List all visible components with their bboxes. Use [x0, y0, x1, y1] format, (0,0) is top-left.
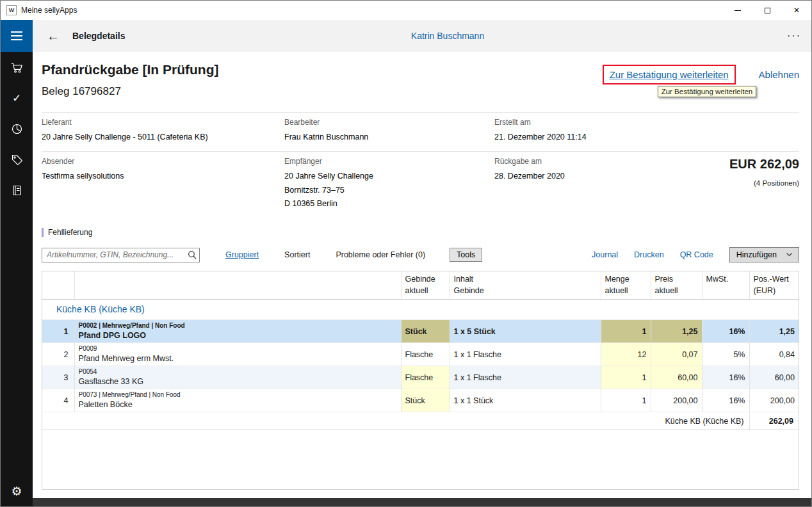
field-empfaenger: Empfänger 20 Jahre Selly Challenge Borni… — [284, 157, 494, 211]
hamburger-icon — [11, 31, 22, 33]
document-actions: Zur Bestätigung weiterleiten Zur Bestäti… — [603, 65, 799, 84]
chevron-down-icon — [786, 253, 792, 257]
reject-link[interactable]: Ablehnen — [759, 69, 799, 80]
menge-cell[interactable]: 1 — [601, 389, 651, 412]
forward-for-confirmation-link[interactable]: Zur Bestätigung weiterleiten — [610, 69, 729, 80]
tag-label: Fehllieferung — [48, 228, 92, 237]
mwst-cell[interactable]: 16% — [702, 389, 749, 412]
search-field-wrap — [42, 248, 200, 262]
poswert-cell[interactable]: 0,84 — [749, 343, 799, 366]
field-value: 20 Jahre Selly Challenge - 5011 (Cafeter… — [42, 131, 284, 144]
field-erstellt-am: Erstellt am 21. Dezember 2020 11:14 — [494, 118, 690, 144]
inhalt-cell[interactable]: 1 x 1 Stück — [450, 389, 601, 412]
group-total-row: Küche KB (Küche KB) 262,09 — [42, 412, 799, 430]
app-header: ← Belegdetails Katrin Buschmann ··· — [33, 20, 811, 52]
gebinde-cell[interactable]: Stück — [401, 389, 450, 412]
article-cell[interactable]: P0054 Gasflasche 33 KG — [74, 366, 401, 389]
col-poswert-header[interactable]: Pos.-Wert (EUR) — [749, 271, 799, 300]
qr-code-link[interactable]: QR Code — [680, 250, 713, 259]
close-button[interactable]: ✕ — [782, 1, 811, 20]
mwst-cell[interactable]: 16% — [702, 366, 749, 389]
fields-row-2: Absender Testfirma sellysolutions Empfän… — [42, 152, 799, 218]
print-link[interactable]: Drucken — [634, 250, 664, 259]
sidebar-item-cart[interactable] — [1, 52, 33, 83]
maximize-button[interactable] — [752, 1, 782, 20]
poswert-cell[interactable]: 60,00 — [749, 366, 799, 389]
menge-cell[interactable]: 12 — [601, 343, 651, 366]
journal-link[interactable]: Journal — [592, 250, 618, 259]
tag-color-bar — [42, 228, 44, 237]
preis-cell[interactable]: 200,00 — [651, 389, 702, 412]
gebinde-cell[interactable]: Stück — [401, 320, 450, 343]
tools-button[interactable]: Tools — [450, 248, 482, 262]
field-label: Bearbeiter — [284, 118, 494, 127]
app-window: W Meine sellyApps ✕ ✓ — [0, 0, 812, 507]
mwst-cell[interactable]: 5% — [702, 343, 749, 366]
menge-cell[interactable]: 1 — [601, 320, 651, 343]
grouped-toggle[interactable]: Gruppiert — [225, 250, 259, 259]
row-number[interactable]: 1 — [42, 320, 74, 343]
row-number[interactable]: 4 — [42, 389, 74, 412]
gear-icon: ⚙ — [11, 484, 22, 499]
inhalt-cell[interactable]: 1 x 1 Flasche — [450, 343, 601, 366]
tag-icon — [10, 153, 24, 166]
col-mwst-header[interactable]: MwSt. — [702, 271, 749, 300]
article-cell[interactable]: P0009 Pfand Mehrweg erm Mwst. — [74, 343, 401, 366]
poswert-cell[interactable]: 1,25 — [749, 320, 799, 343]
search-icon[interactable] — [188, 250, 197, 259]
field-value: 20 Jahre Selly Challenge Bornitzstr. 73–… — [284, 170, 494, 211]
gebinde-cell[interactable]: Flasche — [401, 343, 450, 366]
row-number[interactable]: 3 — [42, 366, 74, 389]
inhalt-cell[interactable]: 1 x 1 Flasche — [450, 366, 601, 389]
preis-cell[interactable]: 0,07 — [651, 343, 702, 366]
add-button[interactable]: Hinzufügen — [729, 247, 799, 262]
page-title: Belegdetails — [72, 31, 125, 41]
inhalt-cell[interactable]: 1 x 5 Stück — [450, 320, 601, 343]
toolbar: Gruppiert Sortiert Probleme oder Fehler … — [42, 247, 799, 262]
fields-row-1: Lieferant 20 Jahre Selly Challenge - 501… — [42, 113, 799, 152]
sorted-toggle[interactable]: Sortiert — [284, 250, 310, 259]
poswert-cell[interactable]: 200,00 — [749, 389, 799, 412]
table-row[interactable]: 3 P0054 Gasflasche 33 KG Flasche 1 x 1 F… — [42, 366, 799, 389]
field-value: 21. Dezember 2020 11:14 — [494, 131, 690, 144]
back-button[interactable]: ← — [47, 29, 60, 42]
article-code: P0073 | Mehrweg/Pfand | Non Food — [79, 390, 397, 399]
sidebar-item-statistics[interactable] — [1, 113, 33, 144]
problems-filter[interactable]: Probleme oder Fehler (0) — [336, 250, 425, 259]
article-cell[interactable]: P0073 | Mehrweg/Pfand | Non Food Palette… — [74, 389, 401, 412]
col-preis-header[interactable]: Preis aktuell — [651, 271, 702, 300]
sidebar-item-check[interactable]: ✓ — [1, 83, 33, 113]
app-logo-icon: W — [6, 5, 17, 15]
group-total-value: 262,09 — [749, 412, 799, 430]
table-row[interactable]: 2 P0009 Pfand Mehrweg erm Mwst. Flasche … — [42, 343, 799, 366]
mwst-cell[interactable]: 16% — [702, 320, 749, 343]
gebinde-cell[interactable]: Flasche — [401, 366, 450, 389]
minimize-button[interactable] — [723, 1, 752, 20]
group-header-row[interactable]: Küche KB (Küche KB) — [42, 300, 799, 320]
current-user-link[interactable]: Katrin Buschmann — [411, 31, 484, 41]
content: Pfandrückgabe [In Prüfung] Beleg 1679682… — [33, 52, 811, 498]
search-input[interactable] — [42, 248, 200, 262]
sidebar-item-tag[interactable] — [1, 144, 33, 175]
field-bearbeiter: Bearbeiter Frau Katrin Buschmann — [284, 118, 494, 144]
preis-cell[interactable]: 60,00 — [651, 366, 702, 389]
hamburger-menu-button[interactable] — [1, 20, 33, 52]
sidebar-item-book[interactable] — [1, 175, 33, 205]
menge-cell[interactable]: 1 — [601, 366, 651, 389]
table-row[interactable]: 4 P0073 | Mehrweg/Pfand | Non Food Palet… — [42, 389, 799, 412]
group-title[interactable]: Küche KB (Küche KB) — [42, 300, 799, 320]
more-options-button[interactable]: ··· — [787, 30, 801, 42]
table-row[interactable]: 1 P0002 | Mehrweg/Pfand | Non Food Pfand… — [42, 320, 799, 343]
row-number[interactable]: 2 — [42, 343, 74, 366]
article-cell[interactable]: P0002 | Mehrweg/Pfand | Non Food Pfand D… — [74, 320, 401, 343]
col-inhalt-header[interactable]: Inhalt Gebinde — [450, 271, 601, 300]
col-gebinde-header[interactable]: Gebinde aktuell — [401, 271, 450, 300]
field-label: Lieferant — [42, 118, 284, 127]
field-label: Rückgabe am — [494, 157, 690, 166]
forward-link-highlight: Zur Bestätigung weiterleiten Zur Bestäti… — [603, 65, 736, 84]
preis-cell[interactable]: 1,25 — [651, 320, 702, 343]
sidebar-item-settings[interactable]: ⚙ — [1, 482, 33, 500]
field-lieferant: Lieferant 20 Jahre Selly Challenge - 501… — [42, 118, 284, 144]
col-menge-header[interactable]: Menge aktuell — [601, 271, 651, 300]
document-header: Pfandrückgabe [In Prüfung] Beleg 1679682… — [42, 57, 799, 98]
